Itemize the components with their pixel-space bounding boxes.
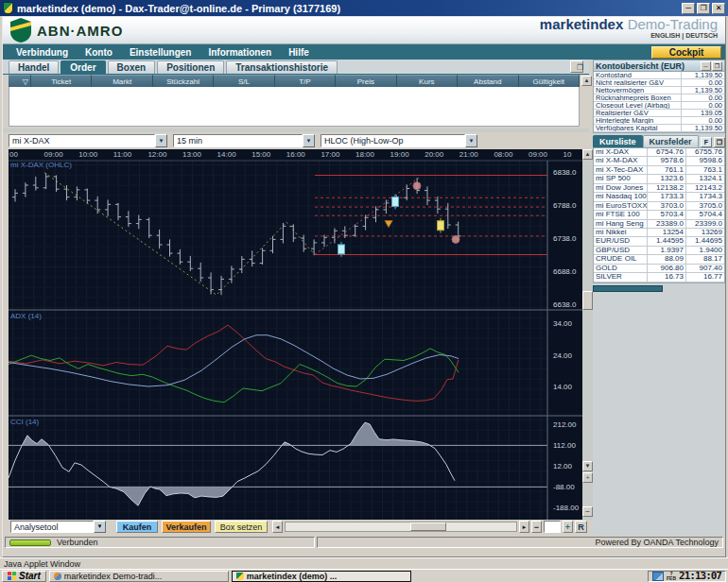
order-column-header[interactable]: Kurs [397,75,458,87]
tab-boxen[interactable]: Boxen [108,60,156,74]
tab-kursfelder[interactable]: Kursfelder [643,135,699,147]
start-button[interactable]: Start [2,571,46,582]
account-restore-button[interactable]: ❐ [712,61,722,71]
price-axis-label: 6688.0 [553,267,577,276]
close-button[interactable]: ✕ [712,3,725,14]
reset-chart-button[interactable]: R [575,521,587,533]
quote-bid: 23389.0 [647,220,685,228]
quote-bid: 906.80 [647,265,685,272]
order-column-header[interactable]: T/P [275,75,336,87]
order-column-header[interactable]: Ticket [31,75,92,87]
chart-scroll-right-button[interactable]: ► [519,521,529,533]
interval-dropdown[interactable]: 15 min ▼ [173,134,315,147]
time-axis-label: 09:00 [44,150,64,159]
plus-icon: + [565,522,570,532]
tab-order[interactable]: Order [61,60,105,74]
instrument-dropdown-button[interactable]: ▼ [155,134,167,147]
verkaufen-button[interactable]: Verkaufen [162,521,211,533]
minimize-button[interactable]: ─ [682,3,695,14]
quote-ask: 9598.6 [685,157,724,164]
order-column-header[interactable]: Stückzahl [153,75,214,87]
order-table-scroll-up[interactable]: ▲ [581,76,592,86]
adx-axis-label: 14.00 [553,383,573,391]
kaufen-button[interactable]: Kaufen [116,521,158,533]
interval-dropdown-button[interactable]: ▼ [303,134,315,147]
task-button-marketindex[interactable]: marketindex (demo) ... [232,571,411,582]
tab-transaktionshistorie[interactable]: Transaktionshistorie [226,60,338,74]
chart-vertical-scrollbar[interactable]: ▲ ▼ + − [582,149,593,520]
right-sidebar: Kontoübersicht (EUR) ─ ❐ Kontostand1,139… [593,60,725,536]
network-tray-icon[interactable] [652,572,664,581]
maximize-icon: ❐ [700,4,706,12]
price-chart[interactable]: 0009:0010:0011:0012:0013:0014:0015:0016:… [9,149,582,520]
collapsed-panel-stub[interactable] [593,285,663,292]
chart-scroll-left-button[interactable]: ◄ [272,521,283,533]
tab-kursliste[interactable]: Kursliste [593,135,643,147]
start-label: Start [19,571,41,581]
quote-name: CRUDE OIL [594,255,647,263]
order-column-header[interactable]: Preis [336,75,396,87]
scroll-up-icon: ▲ [585,151,591,157]
cockpit-button[interactable]: Cockpit [651,46,721,59]
tab-positionen[interactable]: Positionen [157,60,224,74]
window-titlebar[interactable]: marketindex (demo) - Dax-Trader@t-online… [0,0,728,16]
chart-scrollbar-thumb[interactable] [582,291,593,310]
zoom-level-box [544,521,561,533]
menu-item-konto[interactable]: Konto [85,47,113,58]
tab-handel[interactable]: Handel [9,60,59,74]
account-row-value: 1,139.50 [681,125,724,131]
analysetool-dropdown-button[interactable]: ▼ [94,521,106,533]
panel-expand-button[interactable]: + [582,472,593,483]
order-table-body[interactable] [9,87,580,127]
instrument-dropdown[interactable]: mi X-DAX ▼ [9,134,167,147]
buy-marker-icon [338,245,345,254]
interval-value: 15 min [173,134,303,147]
price-axis-label: 6738.0 [553,234,577,243]
quote-name: mi Nikkei [594,229,647,236]
order-column-header[interactable]: Gültigkeit [519,75,580,87]
chart-scroll-up-button[interactable]: ▲ [582,149,593,160]
menu-item-hilfe[interactable]: Hilfe [288,47,309,58]
panel-collapse-button[interactable]: − [582,506,593,517]
order-column-header[interactable]: S/L [214,75,274,87]
chart-bottom-toolbar: Analysetool ▼ Kaufen Verkaufen Box setze… [3,520,593,535]
chart-horizontal-scrollbar[interactable] [285,522,517,532]
order-column-header[interactable]: Markt [92,75,152,87]
time-axis-label: 11:00 [113,150,132,159]
maximize-button[interactable]: ❐ [697,3,710,14]
order-export-button[interactable]: ❐ [570,60,583,73]
quote-ask: 5704.4 [685,211,724,218]
account-row: Rücknahmepreis Boxen0.00 [594,94,724,102]
task-button-demo-trading[interactable]: marketindex Demo-tradi... [49,571,229,582]
menu-item-einstellungen[interactable]: Einstellungen [130,47,192,58]
account-row-label: Kontostand [594,72,681,78]
chart-type-dropdown[interactable]: HLOC (High-Low-Op ▼ [321,134,477,147]
analysetool-dropdown[interactable]: Analysetool ▼ [10,521,106,533]
scroll-down-icon: ▼ [585,463,591,469]
order-filter-header[interactable]: ▽ [9,75,31,87]
quote-bid: 1.44595 [647,237,685,245]
zoom-in-button[interactable]: + [563,521,573,533]
chart-type-dropdown-button[interactable]: ▼ [465,134,477,147]
menu-item-verbindung[interactable]: Verbindung [16,47,68,58]
chart-area[interactable]: 0009:0010:0011:0012:0013:0014:0015:0016:… [9,149,582,520]
quotes-f-button[interactable]: F [701,137,712,147]
account-row-label: Closeout Level (Airbag) [594,102,681,109]
account-row: Realisierter G&V139.05 [594,110,724,117]
quote-row[interactable]: SILVER16.7316.77 [594,273,724,282]
menu-item-informationen[interactable]: Informationen [208,47,271,58]
account-minimize-button[interactable]: ─ [701,61,711,71]
chart-hscrollbar-thumb[interactable] [410,522,446,531]
quotes-restore-button[interactable]: ❐ [714,137,725,147]
quote-ask: 12143.2 [685,184,724,192]
filter-icon: ▽ [23,77,28,86]
time-axis-label: 17:00 [321,150,340,159]
chart-scroll-down-button[interactable]: ▼ [582,461,593,471]
quote-bid: 88.09 [647,255,685,263]
order-column-header[interactable]: Abstand [458,75,518,87]
zoom-out-button[interactable]: − [531,521,542,533]
quote-name: mi X-M-DAX [594,157,647,164]
box-setzen-button[interactable]: Box setzen [215,521,268,533]
chevron-down-icon: ▼ [97,523,103,529]
chevron-down-icon: ▼ [306,138,312,144]
